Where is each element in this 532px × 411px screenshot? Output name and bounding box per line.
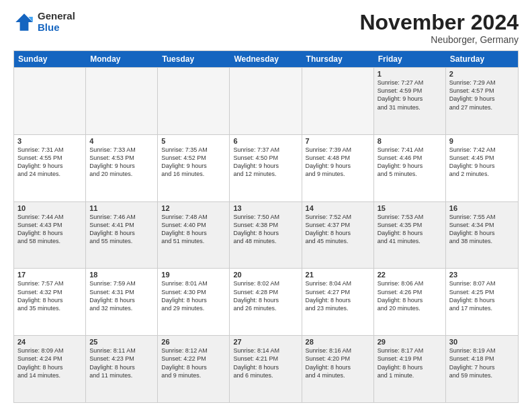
cal-cell: 28Sunrise: 8:16 AM Sunset: 4:20 PM Dayli… <box>302 336 374 402</box>
day-info: Sunrise: 7:52 AM Sunset: 4:37 PM Dayligh… <box>306 213 370 246</box>
day-info: Sunrise: 7:27 AM Sunset: 4:59 PM Dayligh… <box>378 79 442 111</box>
day-info: Sunrise: 7:53 AM Sunset: 4:35 PM Dayligh… <box>378 213 442 246</box>
day-info: Sunrise: 7:37 AM Sunset: 4:50 PM Dayligh… <box>233 146 298 179</box>
cal-cell: 20Sunrise: 8:02 AM Sunset: 4:28 PM Dayli… <box>230 269 302 335</box>
day-info: Sunrise: 7:46 AM Sunset: 4:41 PM Dayligh… <box>89 213 154 246</box>
day-info: Sunrise: 8:19 AM Sunset: 4:18 PM Dayligh… <box>449 347 515 379</box>
cal-cell: 24Sunrise: 8:09 AM Sunset: 4:24 PM Dayli… <box>14 336 86 402</box>
day-info: Sunrise: 7:41 AM Sunset: 4:46 PM Dayligh… <box>378 146 442 179</box>
day-number: 21 <box>306 271 370 279</box>
header-day-sunday: Sunday <box>14 51 86 67</box>
day-info: Sunrise: 8:16 AM Sunset: 4:20 PM Dayligh… <box>306 347 370 379</box>
cal-cell: 21Sunrise: 8:04 AM Sunset: 4:27 PM Dayli… <box>302 269 374 335</box>
day-number: 28 <box>306 338 370 346</box>
day-number: 18 <box>89 271 154 279</box>
cal-cell: 8Sunrise: 7:41 AM Sunset: 4:46 PM Daylig… <box>374 135 446 201</box>
day-number: 1 <box>378 70 442 78</box>
header-day-thursday: Thursday <box>302 51 374 67</box>
day-info: Sunrise: 7:57 AM Sunset: 4:32 PM Dayligh… <box>17 279 82 312</box>
day-number: 7 <box>306 137 370 145</box>
calendar-header: SundayMondayTuesdayWednesdayThursdayFrid… <box>14 51 518 67</box>
cal-cell: 11Sunrise: 7:46 AM Sunset: 4:41 PM Dayli… <box>86 202 158 269</box>
day-info: Sunrise: 7:55 AM Sunset: 4:34 PM Dayligh… <box>449 213 515 246</box>
cal-cell: 14Sunrise: 7:52 AM Sunset: 4:37 PM Dayli… <box>302 202 374 269</box>
header: General Blue November 2024 Neuborger, Ge… <box>13 11 519 45</box>
month-title: November 2024 <box>359 11 519 34</box>
cal-cell <box>302 68 374 134</box>
title-area: November 2024 Neuborger, Germany <box>359 11 519 45</box>
day-info: Sunrise: 7:50 AM Sunset: 4:38 PM Dayligh… <box>233 213 298 246</box>
svg-marker-0 <box>15 13 33 31</box>
cal-cell: 9Sunrise: 7:42 AM Sunset: 4:45 PM Daylig… <box>446 135 518 201</box>
cal-cell: 27Sunrise: 8:14 AM Sunset: 4:21 PM Dayli… <box>230 336 302 402</box>
cal-cell: 7Sunrise: 7:39 AM Sunset: 4:48 PM Daylig… <box>302 135 374 201</box>
day-info: Sunrise: 8:04 AM Sunset: 4:27 PM Dayligh… <box>306 279 370 312</box>
cal-cell: 15Sunrise: 7:53 AM Sunset: 4:35 PM Dayli… <box>374 202 446 269</box>
day-number: 4 <box>89 137 154 145</box>
cal-cell: 16Sunrise: 7:55 AM Sunset: 4:34 PM Dayli… <box>446 202 518 269</box>
day-info: Sunrise: 7:44 AM Sunset: 4:43 PM Dayligh… <box>17 213 82 246</box>
cal-row: 1Sunrise: 7:27 AM Sunset: 4:59 PM Daylig… <box>14 67 518 134</box>
day-info: Sunrise: 7:42 AM Sunset: 4:45 PM Dayligh… <box>449 146 515 179</box>
calendar: SundayMondayTuesdayWednesdayThursdayFrid… <box>13 50 519 403</box>
header-day-friday: Friday <box>374 51 446 67</box>
day-number: 27 <box>233 338 298 346</box>
day-number: 5 <box>161 137 226 145</box>
day-number: 12 <box>161 204 226 212</box>
cal-cell: 12Sunrise: 7:48 AM Sunset: 4:40 PM Dayli… <box>158 202 230 269</box>
cal-cell: 23Sunrise: 8:07 AM Sunset: 4:25 PM Dayli… <box>446 269 518 335</box>
cal-cell: 10Sunrise: 7:44 AM Sunset: 4:43 PM Dayli… <box>14 202 86 269</box>
day-number: 9 <box>449 137 515 145</box>
day-number: 14 <box>306 204 370 212</box>
cal-cell: 25Sunrise: 8:11 AM Sunset: 4:23 PM Dayli… <box>86 336 158 402</box>
day-number: 11 <box>89 204 154 212</box>
day-number: 15 <box>378 204 442 212</box>
cal-row: 3Sunrise: 7:31 AM Sunset: 4:55 PM Daylig… <box>14 134 518 201</box>
calendar-body: 1Sunrise: 7:27 AM Sunset: 4:59 PM Daylig… <box>14 67 518 402</box>
day-info: Sunrise: 8:07 AM Sunset: 4:25 PM Dayligh… <box>449 279 515 312</box>
cal-cell <box>158 68 230 134</box>
day-number: 22 <box>378 271 442 279</box>
cal-cell: 17Sunrise: 7:57 AM Sunset: 4:32 PM Dayli… <box>14 269 86 335</box>
day-number: 20 <box>233 271 298 279</box>
cal-cell: 18Sunrise: 7:59 AM Sunset: 4:31 PM Dayli… <box>86 269 158 335</box>
day-number: 10 <box>17 204 82 212</box>
day-number: 2 <box>449 70 515 78</box>
cal-cell: 22Sunrise: 8:06 AM Sunset: 4:26 PM Dayli… <box>374 269 446 335</box>
cal-cell: 29Sunrise: 8:17 AM Sunset: 4:19 PM Dayli… <box>374 336 446 402</box>
day-number: 29 <box>378 338 442 346</box>
cal-cell: 19Sunrise: 8:01 AM Sunset: 4:30 PM Dayli… <box>158 269 230 335</box>
day-number: 26 <box>161 338 226 346</box>
day-info: Sunrise: 7:29 AM Sunset: 4:57 PM Dayligh… <box>449 79 515 111</box>
cal-cell: 1Sunrise: 7:27 AM Sunset: 4:59 PM Daylig… <box>374 68 446 134</box>
day-number: 25 <box>89 338 154 346</box>
day-number: 8 <box>378 137 442 145</box>
logo-text: General Blue <box>38 11 75 33</box>
day-number: 30 <box>449 338 515 346</box>
day-number: 23 <box>449 271 515 279</box>
header-day-monday: Monday <box>86 51 158 67</box>
logo-blue: Blue <box>38 22 75 34</box>
cal-row: 24Sunrise: 8:09 AM Sunset: 4:24 PM Dayli… <box>14 335 518 402</box>
day-info: Sunrise: 7:39 AM Sunset: 4:48 PM Dayligh… <box>306 146 370 179</box>
header-day-saturday: Saturday <box>446 51 518 67</box>
cal-cell: 5Sunrise: 7:35 AM Sunset: 4:52 PM Daylig… <box>158 135 230 201</box>
day-number: 17 <box>17 271 82 279</box>
location: Neuborger, Germany <box>359 34 519 45</box>
day-info: Sunrise: 8:11 AM Sunset: 4:23 PM Dayligh… <box>89 347 154 379</box>
cal-cell <box>230 68 302 134</box>
day-info: Sunrise: 7:35 AM Sunset: 4:52 PM Dayligh… <box>161 146 226 179</box>
day-info: Sunrise: 7:31 AM Sunset: 4:55 PM Dayligh… <box>17 146 82 179</box>
day-number: 16 <box>449 204 515 212</box>
cal-row: 10Sunrise: 7:44 AM Sunset: 4:43 PM Dayli… <box>14 201 518 269</box>
day-info: Sunrise: 7:48 AM Sunset: 4:40 PM Dayligh… <box>161 213 226 246</box>
day-number: 3 <box>17 137 82 145</box>
day-info: Sunrise: 8:17 AM Sunset: 4:19 PM Dayligh… <box>378 347 442 379</box>
cal-cell: 6Sunrise: 7:37 AM Sunset: 4:50 PM Daylig… <box>230 135 302 201</box>
day-number: 19 <box>161 271 226 279</box>
cal-row: 17Sunrise: 7:57 AM Sunset: 4:32 PM Dayli… <box>14 268 518 335</box>
day-info: Sunrise: 7:33 AM Sunset: 4:53 PM Dayligh… <box>89 146 154 179</box>
cal-cell: 30Sunrise: 8:19 AM Sunset: 4:18 PM Dayli… <box>446 336 518 402</box>
day-number: 24 <box>17 338 82 346</box>
day-info: Sunrise: 7:59 AM Sunset: 4:31 PM Dayligh… <box>89 279 154 312</box>
